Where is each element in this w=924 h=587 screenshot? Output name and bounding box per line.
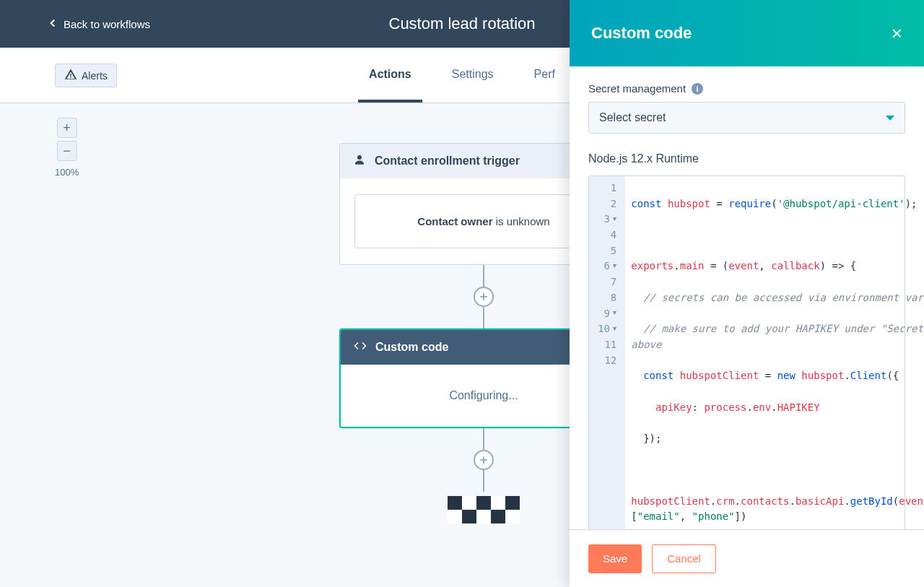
save-button[interactable]: Save — [588, 544, 642, 573]
zoom-in-button[interactable]: + — [57, 118, 77, 138]
add-action-button[interactable]: + — [474, 287, 494, 307]
alerts-button[interactable]: Alerts — [55, 64, 117, 87]
back-link[interactable]: Back to workflows — [46, 17, 150, 32]
tab-settings[interactable]: Settings — [452, 68, 494, 84]
custom-code-title: Custom code — [375, 341, 448, 354]
code-content[interactable]: const hubspot = require('@hubspot/api-cl… — [625, 176, 924, 529]
info-icon[interactable]: i — [692, 83, 703, 95]
zoom-level: 100% — [55, 167, 79, 178]
chevron-left-icon — [46, 17, 59, 32]
enrollment-trigger-title: Contact enrollment trigger — [375, 155, 520, 168]
panel-header: Custom code × — [570, 0, 924, 66]
custom-code-panel: Custom code × Secret management i Select… — [570, 0, 924, 587]
enrollment-owner-state: is unknown — [492, 215, 549, 227]
code-icon — [354, 339, 367, 355]
page-title: Custom lead rotation — [389, 14, 536, 33]
panel-body: Secret management i Select secret Node.j… — [570, 66, 924, 529]
close-icon[interactable]: × — [892, 22, 902, 45]
add-action-button[interactable]: + — [474, 450, 494, 470]
finish-flag-icon — [448, 496, 520, 523]
secret-management-text: Secret management — [588, 82, 686, 95]
zoom-out-button[interactable]: − — [57, 141, 77, 161]
panel-footer: Save Cancel — [570, 529, 924, 587]
runtime-label: Node.js 12.x Runtime — [588, 152, 905, 165]
chevron-down-icon — [886, 116, 894, 121]
enrollment-owner-label: Contact owner — [417, 215, 492, 227]
alerts-label: Alerts — [82, 70, 108, 82]
tabs: Actions Settings Perf — [369, 48, 555, 103]
connector — [483, 307, 484, 329]
secret-select-value: Select secret — [599, 111, 666, 124]
connector — [483, 428, 484, 450]
secret-select[interactable]: Select secret — [588, 102, 905, 134]
cancel-button[interactable]: Cancel — [652, 544, 716, 573]
tab-actions[interactable]: Actions — [369, 68, 411, 84]
back-link-label: Back to workflows — [64, 18, 150, 30]
contact-icon — [353, 153, 366, 169]
connector — [483, 265, 484, 287]
tab-performance[interactable]: Perf — [534, 68, 555, 84]
warning-icon — [64, 68, 77, 83]
connector — [483, 470, 484, 492]
code-editor[interactable]: 123 ▼456 ▼789 ▼10 ▼1112 const hubspot = … — [588, 175, 905, 529]
secret-management-label: Secret management i — [588, 82, 905, 95]
panel-title: Custom code — [591, 24, 692, 43]
svg-point-0 — [357, 155, 362, 160]
zoom-controls: + − 100% — [55, 118, 79, 178]
code-gutter: 123 ▼456 ▼789 ▼10 ▼1112 — [589, 176, 625, 529]
